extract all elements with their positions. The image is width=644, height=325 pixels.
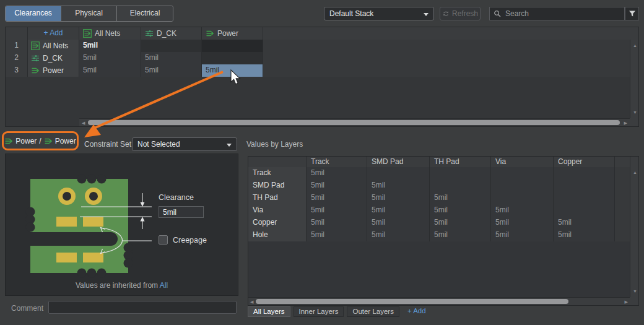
vbl-cell[interactable]: 5mil: [367, 192, 430, 204]
matrix-col-dck[interactable]: D_CK: [141, 27, 202, 40]
vbl-cell[interactable]: 5mil: [430, 217, 491, 229]
vbl-horizontal-scrollbar[interactable]: ◀ ▶: [248, 297, 630, 305]
refresh-button[interactable]: Refresh: [440, 7, 481, 20]
vbl-cell[interactable]: [491, 167, 554, 180]
scroll-down-icon[interactable]: ▼: [633, 110, 637, 115]
tab-electrical[interactable]: Electrical: [117, 6, 173, 21]
matrix-cell[interactable]: [141, 40, 202, 52]
vbl-cell[interactable]: 5mil: [430, 192, 491, 204]
vbl-cell[interactable]: 5mil: [430, 229, 491, 241]
scroll-left-icon[interactable]: ◀: [250, 300, 253, 304]
vbl-col-copper[interactable]: Copper: [554, 157, 615, 167]
scrollbar-thumb[interactable]: [88, 120, 620, 125]
pair-right-net: Power: [55, 137, 76, 145]
vbl-cell[interactable]: 5mil: [367, 204, 430, 217]
vbl-cell[interactable]: 5mil: [367, 229, 430, 241]
refresh-icon: [442, 10, 450, 17]
matrix-row-header[interactable]: Power: [28, 64, 79, 77]
all-nets-icon: [31, 41, 40, 50]
vbl-cell[interactable]: 5mil: [554, 229, 615, 241]
tab-inner-layers[interactable]: Inner Layers: [294, 306, 344, 317]
tab-all-layers[interactable]: All Layers: [248, 306, 290, 317]
vbl-vertical-scrollbar[interactable]: ▲ ▼: [630, 157, 638, 297]
matrix-row-allnets: 1 All Nets 5mil: [6, 40, 638, 52]
vbl-cell[interactable]: 5mil: [491, 204, 554, 217]
vbl-cell[interactable]: 5mil: [491, 217, 554, 229]
scroll-right-icon[interactable]: ▶: [624, 121, 627, 125]
clearance-value-input[interactable]: [159, 206, 204, 218]
vbl-cell[interactable]: 5mil: [491, 229, 554, 241]
matrix-col-power[interactable]: Power: [202, 27, 263, 40]
pcb-illustration: [6, 154, 238, 295]
vbl-row-header[interactable]: Via: [248, 204, 307, 217]
scrollbar-thumb[interactable]: [256, 299, 568, 304]
vbl-row-header[interactable]: SMD Pad: [248, 180, 307, 192]
matrix-row-header[interactable]: All Nets: [28, 40, 79, 52]
search-input[interactable]: [504, 9, 620, 19]
vbl-cell[interactable]: [367, 167, 430, 180]
matrix-cell[interactable]: 5mil: [79, 40, 141, 52]
vbl-cell[interactable]: 5mil: [307, 167, 367, 180]
vbl-cell[interactable]: 5mil: [307, 217, 367, 229]
scroll-left-icon[interactable]: ◀: [82, 121, 85, 125]
search-box: [489, 7, 625, 20]
vbl-cell[interactable]: [430, 180, 491, 192]
vbl-row-header[interactable]: Track: [248, 167, 307, 180]
vbl-cell[interactable]: [491, 180, 554, 192]
matrix-cell[interactable]: [202, 40, 263, 52]
matrix-horizontal-scrollbar[interactable]: ◀ ▶: [79, 118, 630, 126]
matrix-cell[interactable]: [202, 52, 263, 64]
matrix-vertical-scrollbar[interactable]: ▲ ▼: [630, 40, 638, 118]
clearance-label: Clearance: [159, 193, 194, 202]
tab-clearances[interactable]: Clearances: [6, 6, 61, 21]
matrix-cell[interactable]: 5mil: [79, 52, 141, 64]
scroll-right-icon[interactable]: ▶: [625, 300, 628, 304]
vbl-row-thpad: TH Pad 5mil 5mil 5mil: [248, 192, 638, 204]
matrix-col-allnets[interactable]: All Nets: [79, 27, 141, 40]
vbl-cell[interactable]: [554, 192, 615, 204]
vbl-cell[interactable]: [491, 192, 554, 204]
scroll-down-icon[interactable]: ▼: [633, 289, 637, 293]
vbl-cell[interactable]: 5mil: [367, 217, 430, 229]
matrix-cell[interactable]: 5mil: [141, 52, 202, 64]
vbl-row-header[interactable]: TH Pad: [248, 192, 307, 204]
scroll-up-icon[interactable]: ▲: [633, 170, 637, 175]
matrix-cell[interactable]: 5mil: [79, 64, 141, 77]
comment-input[interactable]: [48, 301, 237, 314]
matrix-add-button[interactable]: + Add: [28, 27, 79, 40]
vbl-row-header[interactable]: Copper: [248, 217, 307, 229]
vbl-col-track[interactable]: Track: [307, 157, 367, 167]
vbl-cell[interactable]: 5mil: [307, 204, 367, 217]
vbl-cell[interactable]: [554, 180, 615, 192]
vbl-row-header[interactable]: Hole: [248, 229, 307, 241]
diff-pair-icon: [31, 54, 40, 63]
vbl-col-via[interactable]: Via: [491, 157, 554, 167]
inheritance-source-link[interactable]: All: [160, 281, 168, 290]
vbl-cell[interactable]: 5mil: [307, 180, 367, 192]
creepage-checkbox[interactable]: [159, 235, 168, 245]
add-layer-tab-button[interactable]: + Add: [402, 306, 431, 317]
vbl-cell[interactable]: 5mil: [367, 180, 430, 192]
vbl-cell[interactable]: 5mil: [307, 229, 367, 241]
pair-left-net: Power: [15, 137, 37, 145]
filter-button[interactable]: [625, 7, 639, 20]
vbl-cell[interactable]: [430, 167, 491, 180]
vbl-col-thpad[interactable]: TH Pad: [430, 157, 491, 167]
vbl-cell[interactable]: [554, 204, 615, 217]
constraint-set-select[interactable]: Not Selected: [132, 137, 237, 151]
matrix-row-dck: 2 D_CK 5mil 5mil: [6, 52, 638, 64]
vbl-row-smdpad: SMD Pad 5mil 5mil: [248, 180, 638, 192]
matrix-cell-selected[interactable]: 5mil: [202, 64, 263, 77]
scroll-up-icon[interactable]: ▲: [633, 43, 637, 48]
vbl-col-smdpad[interactable]: SMD Pad: [367, 157, 430, 167]
vbl-cell[interactable]: 5mil: [554, 217, 615, 229]
funnel-icon: [629, 10, 636, 17]
tab-physical[interactable]: Physical: [61, 6, 117, 21]
tab-outer-layers[interactable]: Outer Layers: [347, 306, 399, 317]
matrix-cell[interactable]: 5mil: [141, 64, 202, 77]
vbl-cell[interactable]: 5mil: [430, 204, 491, 217]
stack-select[interactable]: Default Stack: [324, 7, 434, 20]
matrix-row-header[interactable]: D_CK: [28, 52, 79, 64]
vbl-cell[interactable]: 5mil: [307, 192, 367, 204]
vbl-cell[interactable]: [554, 167, 615, 180]
